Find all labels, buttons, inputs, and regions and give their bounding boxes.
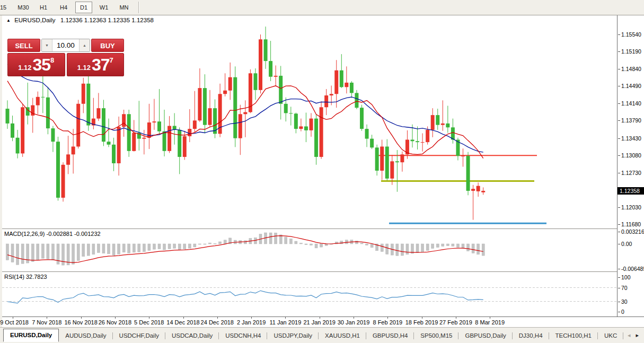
timeframe-button-MN[interactable]: MN	[116, 2, 133, 13]
axis-tick	[285, 317, 286, 319]
date-axis-label: 27 Feb 2019	[439, 319, 472, 326]
buy-price-base: 1.12	[77, 64, 91, 72]
date-axis-label: 29 Oct 2018	[0, 319, 29, 326]
date-axis-label: 8 Feb 2019	[373, 319, 402, 326]
axis-tick	[422, 317, 422, 319]
price-axis-label: 1.14490	[621, 83, 641, 89]
rsi-axis-label: 70	[621, 285, 628, 291]
date-axis-label: 21 Jan 2019	[303, 319, 336, 326]
date-axis-label: 24 Dec 2018	[201, 319, 234, 326]
chart-tab-dj30-h4[interactable]: DJ30,H4	[513, 330, 549, 341]
axis-tick	[618, 288, 620, 288]
axis-tick	[149, 317, 149, 319]
axis-tick	[618, 173, 620, 173]
collapse-icon[interactable]: ▲	[6, 18, 11, 23]
volume-control: ▼ ▲	[41, 39, 90, 52]
axis-tick	[618, 312, 620, 312]
axis-tick	[456, 317, 456, 319]
macd-label: MACD(12,26,9) -0.002881 -0.001232	[4, 231, 101, 237]
date-axis-label: 18 Feb 2019	[405, 319, 438, 326]
rsi-axis-label: 100	[621, 274, 631, 280]
timeframe-button-M30[interactable]: M30	[15, 2, 32, 13]
axis-tick	[13, 317, 13, 319]
chart-tab-usdjpy-daily[interactable]: USDJPY,Daily	[267, 330, 319, 341]
timeframe-button-H4[interactable]: H4	[55, 2, 72, 13]
axis-tick	[217, 317, 218, 319]
price-axis-label: 1.12030	[621, 204, 641, 210]
timeframe-button-W1[interactable]: W1	[95, 2, 112, 13]
axis-tick	[618, 138, 620, 139]
buy-price-box[interactable]: 1.12 37 7	[67, 53, 125, 76]
axis-tick	[618, 155, 620, 156]
sell-price-box[interactable]: 1.12 35 8	[7, 53, 65, 76]
price-axis[interactable]: 1.155401.151901.148401.144901.141401.137…	[617, 15, 644, 316]
axis-tick	[183, 317, 184, 319]
tab-scroll-right-icon[interactable]: ▸	[636, 332, 639, 339]
chart-tab-usdcnh-h4[interactable]: USDCNH,H4	[219, 330, 267, 341]
chart-tab-ukc[interactable]: UKC	[598, 330, 623, 341]
timeframe-button-D1[interactable]: D1	[75, 2, 92, 13]
timeframe-toolbar: 15M30H1H4D1W1MN	[0, 0, 644, 15]
chart-title: ▲ EURUSD,Daily 1.12336 1.12363 1.12335 1…	[6, 17, 154, 23]
axis-tick	[618, 51, 620, 52]
volume-increase-button[interactable]: ▲	[79, 39, 90, 51]
rsi-axis-label: 30	[621, 298, 628, 305]
date-axis-label: 2 Jan 2019	[237, 319, 266, 326]
axis-tick	[251, 317, 252, 319]
axis-tick	[618, 224, 620, 225]
axis-tick	[618, 120, 620, 121]
macd-indicator-pane[interactable]: MACD(12,26,9) -0.002881 -0.001232	[2, 230, 617, 271]
tab-scroll-arrows: ◂▸	[628, 332, 644, 339]
chart-tab-tech100-h1[interactable]: TECH100,H1	[549, 330, 598, 341]
buy-price-big: 37	[92, 54, 110, 75]
price-axis-label: 1.13080	[621, 152, 641, 159]
price-axis-label: 1.13430	[621, 135, 641, 142]
date-axis[interactable]: 29 Oct 20187 Nov 201816 Nov 201826 Nov 2…	[2, 316, 644, 328]
rsi-label: RSI(14) 32.7823	[4, 274, 47, 280]
rsi-axis-label: 0	[621, 309, 624, 315]
sell-button[interactable]: SELL	[7, 39, 40, 52]
price-axis-label: 1.14140	[621, 100, 641, 107]
buy-button[interactable]: BUY	[91, 39, 124, 52]
price-axis-label: 1.13790	[621, 117, 641, 124]
timeframe-button-15[interactable]: 15	[0, 2, 12, 13]
axis-tick	[618, 69, 620, 69]
axis-tick	[618, 302, 620, 302]
chart-tab-sp500-m15[interactable]: SP500,M15	[414, 330, 458, 341]
one-click-trade-panel: SELL ▼ ▲ BUY 1.12 35 8 1.12 37 7	[7, 39, 124, 76]
date-axis-label: 14 Dec 2018	[166, 319, 199, 326]
axis-tick	[81, 317, 82, 319]
toolbar-separator	[138, 2, 139, 13]
date-axis-label: 30 Jan 2019	[338, 319, 370, 326]
date-axis-label: 16 Nov 2018	[64, 319, 97, 326]
axis-tick	[618, 86, 620, 86]
chart-tab-usdcad-daily[interactable]: USDCAD,Daily	[165, 330, 219, 341]
chart-tab-audusd-daily[interactable]: AUDUSD,Daily	[59, 330, 112, 341]
price-axis-label: 1.12730	[621, 170, 641, 176]
volume-input[interactable]	[52, 39, 79, 51]
date-axis-label: 5 Dec 2018	[134, 319, 164, 326]
axis-tick	[47, 317, 47, 319]
chart-tab-eurusd-daily[interactable]: EURUSD,Daily	[3, 329, 59, 342]
chart-tab-usdchf-daily[interactable]: USDCHF,Daily	[113, 330, 165, 341]
axis-tick	[618, 269, 620, 269]
tab-scroll-left-icon[interactable]: ◂	[628, 332, 631, 339]
chart-tab-gbpusd-h4[interactable]: GBPUSD,H4	[366, 330, 414, 341]
buy-price-sup: 7	[110, 56, 113, 64]
axis-tick	[618, 232, 620, 232]
sell-price-base: 1.12	[18, 64, 31, 72]
macd-axis-label: 0.003216	[621, 228, 644, 235]
axis-tick	[618, 103, 620, 104]
date-axis-label: 11 Jan 2019	[270, 319, 302, 326]
rsi-indicator-pane[interactable]: RSI(14) 32.7823	[2, 272, 617, 316]
main-chart-pane[interactable]: ▲ EURUSD,Daily 1.12336 1.12363 1.12335 1…	[2, 15, 617, 228]
axis-tick	[320, 317, 320, 319]
chart-tab-xauusd-h1[interactable]: XAUUSD,H1	[319, 330, 366, 341]
chart-symbol-label: EURUSD,Daily	[14, 17, 55, 23]
timeframe-button-H1[interactable]: H1	[35, 2, 52, 13]
chart-tab-gbpusd-daily[interactable]: GBPUSD,Daily	[458, 330, 512, 341]
rsi-chart-canvas[interactable]	[2, 272, 617, 316]
price-axis-label: 1.15540	[621, 31, 641, 38]
chart-ohlc-values: 1.12336 1.12363 1.12335 1.12358	[60, 17, 154, 23]
volume-decrease-button[interactable]: ▼	[42, 39, 52, 51]
